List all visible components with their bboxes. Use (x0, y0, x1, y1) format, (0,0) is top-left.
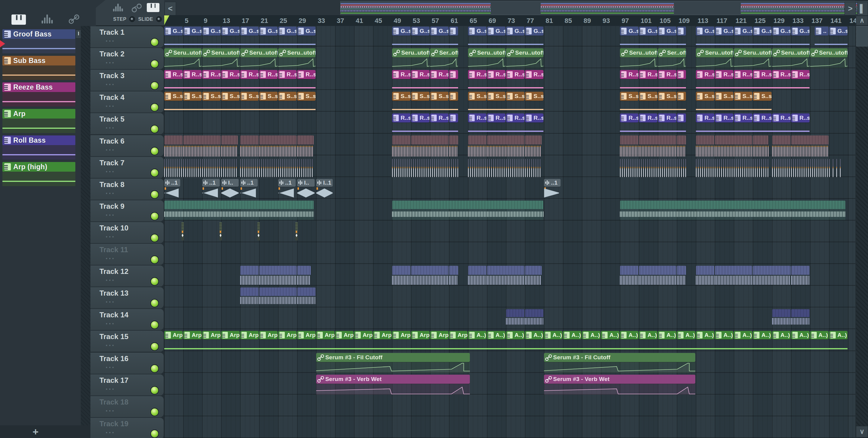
clip-audio[interactable] (525, 136, 541, 155)
clip-auto[interactable]: Seru..utoff (278, 48, 315, 68)
clip-audio[interactable] (221, 136, 238, 155)
scroll-right-button[interactable]: > (844, 2, 856, 16)
clip-auto[interactable]: Seru..utoff (468, 48, 505, 68)
clip-pat[interactable]: A..) (753, 331, 771, 339)
clip-pat[interactable]: A..) (487, 331, 505, 339)
track-options-dots[interactable]: ··· (105, 297, 115, 307)
track-header[interactable]: Track 4··· (90, 91, 164, 113)
clip-crash[interactable]: ..1 (544, 179, 561, 199)
track-options-dots[interactable]: ··· (105, 232, 115, 242)
clip-pat[interactable]: A..) (563, 331, 581, 339)
track-options-dots[interactable]: ··· (105, 36, 115, 46)
pattern-card[interactable]: Arp (2, 109, 75, 133)
step-radio[interactable] (129, 16, 135, 22)
add-pattern-button[interactable]: + (33, 426, 38, 438)
scroll-down-button[interactable]: ∨ (856, 426, 868, 437)
track-enable-led[interactable] (150, 233, 159, 242)
clip-auto[interactable]: Ser..off (658, 48, 686, 68)
clip-audio[interactable] (677, 266, 686, 286)
clip-audio[interactable] (487, 136, 524, 155)
clip-pat[interactable]: Arp (240, 331, 258, 339)
vertical-scrollbar-track[interactable] (856, 26, 868, 438)
automation-icon[interactable] (69, 14, 79, 24)
audio-hit-clip[interactable] (296, 222, 298, 240)
track-enable-led[interactable] (150, 429, 159, 438)
clip-pat[interactable]: A..) (734, 331, 752, 339)
clip-auto[interactable]: Ser..off (430, 48, 458, 68)
clip-pat[interactable]: A..) (677, 331, 695, 339)
track-header[interactable]: Track 2··· (90, 48, 164, 69)
clip-pat[interactable]: Arp (335, 331, 353, 339)
track-header[interactable]: Track 19··· (90, 418, 164, 438)
track-enable-led[interactable] (150, 342, 159, 351)
clip-auto[interactable]: Seru..utoff (164, 48, 202, 68)
track-header[interactable]: Track 13··· (90, 287, 164, 308)
clip-pat[interactable]: Arp (297, 331, 315, 339)
clip-audio[interactable] (392, 136, 410, 155)
clip-audio[interactable] (620, 201, 845, 221)
piano-roll-icon[interactable] (11, 14, 26, 25)
track-options-dots[interactable]: ··· (105, 101, 115, 111)
track-enable-led[interactable] (150, 299, 159, 308)
clip-auto[interactable]: Seru..utoff (202, 48, 240, 68)
track-enable-led[interactable] (150, 277, 159, 286)
track-enable-led[interactable] (150, 255, 159, 264)
track-enable-led[interactable] (150, 124, 159, 134)
clip-pat[interactable]: Arp (221, 331, 240, 339)
clip-pat[interactable]: A..) (658, 331, 676, 339)
clip-audio[interactable] (449, 266, 458, 286)
clip-audio[interactable] (772, 136, 790, 155)
clip-auto[interactable]: Seru..utoff (240, 48, 278, 68)
track-options-dots[interactable]: ··· (105, 385, 115, 394)
track-options-dots[interactable]: ··· (105, 254, 115, 263)
clip-pat[interactable]: Arp (259, 331, 278, 339)
clip-audio[interactable] (696, 136, 714, 155)
clip-pat[interactable]: A..) (639, 331, 657, 339)
clip-audio[interactable] (392, 201, 544, 221)
clip-spikes[interactable] (620, 157, 686, 177)
track-enable-led[interactable] (150, 212, 159, 221)
clip-auto[interactable]: Serum #3 - Fil Cutoff (544, 353, 695, 373)
clip-audio[interactable] (639, 266, 676, 286)
track-options-dots[interactable]: ··· (105, 363, 115, 372)
pattern-card[interactable]: Sub Bass (2, 56, 75, 80)
audio-wave-icon[interactable] (113, 4, 126, 11)
clip-pat[interactable]: Arp (430, 331, 448, 339)
clip-spikes[interactable] (829, 157, 843, 177)
clip-pat[interactable]: A..) (506, 331, 524, 339)
clip-audio[interactable] (791, 136, 829, 155)
clip-pat[interactable]: Arp (354, 331, 373, 339)
track-header[interactable]: Track 11··· (90, 244, 164, 265)
clip-audio[interactable] (183, 136, 221, 155)
clip-pat[interactable]: A..) (715, 331, 733, 339)
clip-audio[interactable] (525, 309, 544, 329)
track-header[interactable]: Track 7··· (90, 157, 164, 178)
clip-pat[interactable]: Arp (202, 331, 221, 339)
clip-pat[interactable]: Arp (449, 331, 467, 339)
clip-auto[interactable]: Seru..utoff (506, 48, 544, 68)
clip-pat[interactable]: A..) (468, 331, 487, 339)
clip-crash[interactable]: I.. (221, 179, 239, 199)
clip-auto[interactable]: Seru..utoff (772, 48, 809, 68)
track-options-dots[interactable]: ··· (105, 276, 115, 285)
clip-audio[interactable] (753, 266, 790, 286)
clip-pat[interactable]: A..) (601, 331, 619, 339)
clip-audio[interactable] (297, 136, 314, 155)
track-options-dots[interactable]: ··· (105, 428, 115, 437)
pattern-card[interactable]: Roll Bass (2, 136, 75, 159)
piano-roll-icon[interactable] (147, 3, 159, 12)
clip-pat[interactable]: A..) (582, 331, 600, 339)
clip-audio[interactable] (791, 266, 809, 286)
clip-audio[interactable] (696, 266, 714, 286)
audio-wave-icon[interactable] (41, 14, 57, 24)
clip-pat[interactable]: A..) (772, 331, 790, 339)
clip-spikes[interactable] (696, 157, 769, 177)
clip-spikes[interactable] (392, 157, 458, 177)
clip-auto[interactable]: Seru..utoff (696, 48, 733, 68)
track-options-dots[interactable]: ··· (105, 80, 115, 89)
clip-crash[interactable]: ..1 (240, 179, 258, 199)
track-header[interactable]: Track 16··· (90, 353, 164, 374)
clip-crash[interactable]: ..1 (278, 179, 296, 199)
clip-audio[interactable] (677, 136, 686, 155)
track-options-dots[interactable]: ··· (105, 210, 115, 220)
